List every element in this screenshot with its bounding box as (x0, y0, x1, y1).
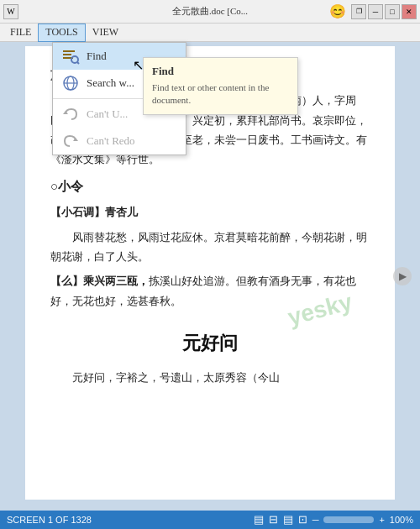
tooltip-description: Find text or other content in the docume… (152, 81, 289, 107)
zoom-minus[interactable]: ─ (312, 515, 319, 525)
doc-main-title: 元好问 (50, 327, 370, 359)
zoom-level: 100% (390, 515, 413, 525)
zoom-slider[interactable] (323, 516, 374, 523)
window-title: 全元散曲.doc [Co... (172, 5, 248, 18)
window-controls: 😊 ❐ ─ □ ✕ (326, 3, 417, 19)
svg-point-3 (71, 56, 78, 63)
tooltip-title: Find (152, 65, 289, 78)
search-globe-icon (61, 74, 80, 92)
emoji-icon: 😊 (329, 3, 346, 19)
find-icon (61, 47, 80, 65)
dropdown-cant-redo: Can't Redo (53, 128, 186, 155)
svg-rect-0 (63, 50, 75, 52)
doc-poem-title1: 【小石调】青杏儿 (50, 202, 370, 222)
close-button[interactable]: ✕ (402, 4, 417, 19)
search-label: Search w... (87, 76, 134, 90)
nav-right-arrow[interactable]: ▶ (393, 267, 412, 285)
title-bar: W 全元散曲.doc [Co... 😊 ❐ ─ □ ✕ (0, 0, 420, 24)
tooltip: Find Find text or other content in the d… (143, 57, 298, 115)
undo-icon (61, 105, 80, 123)
screen-info: SCREEN 1 OF 1328 (7, 515, 92, 525)
doc-poem-subtitle2: 【么】乘兴两三瓯，拣溪山好处追游。但教有酒身无事，有花也好，无花也好，选甚春秋。 (50, 271, 370, 311)
doc-poem-line1: 风雨替花愁，风雨过花应休。京君莫暗花前醉，今朝花谢，明朝花谢，白了人头。 (50, 228, 370, 267)
svg-rect-1 (63, 54, 71, 55)
doc-author-intro: 元好问，字裕之，号遗山，太原秀容（今山 (50, 368, 370, 387)
status-icon-4: ⊡ (298, 513, 307, 526)
doc-section-xiaoling: ○小令 (50, 176, 370, 198)
maximize-button[interactable]: □ (385, 4, 400, 19)
menu-file[interactable]: FILE (3, 24, 38, 42)
cant-undo-label: Can't U... (87, 107, 128, 121)
restore-button[interactable]: ❐ (351, 4, 366, 19)
status-right: ▤ ⊟ ▤ ⊡ ─ + 100% (254, 513, 413, 526)
svg-line-4 (77, 62, 79, 64)
find-label: Find (87, 50, 107, 63)
status-icon-2: ⊟ (269, 513, 278, 526)
title-bar-left: W (3, 4, 18, 19)
redo-icon (61, 132, 80, 150)
status-icon-1: ▤ (254, 513, 264, 526)
app-window: W 全元散曲.doc [Co... 😊 ❐ ─ □ ✕ FILE TOOLS V… (0, 0, 420, 529)
status-icon-3: ▤ (283, 513, 293, 526)
menu-view[interactable]: VIEW (86, 24, 125, 42)
zoom-plus[interactable]: + (379, 515, 384, 525)
menu-bar: FILE TOOLS VIEW (0, 24, 420, 42)
minimize-button[interactable]: ─ (368, 4, 383, 19)
menu-tools[interactable]: TOOLS (38, 24, 85, 42)
cant-redo-label: Can't Redo (87, 134, 135, 148)
status-bar: SCREEN 1 OF 1328 ▤ ⊟ ▤ ⊡ ─ + 100% (0, 511, 420, 529)
app-icon[interactable]: W (3, 4, 18, 19)
